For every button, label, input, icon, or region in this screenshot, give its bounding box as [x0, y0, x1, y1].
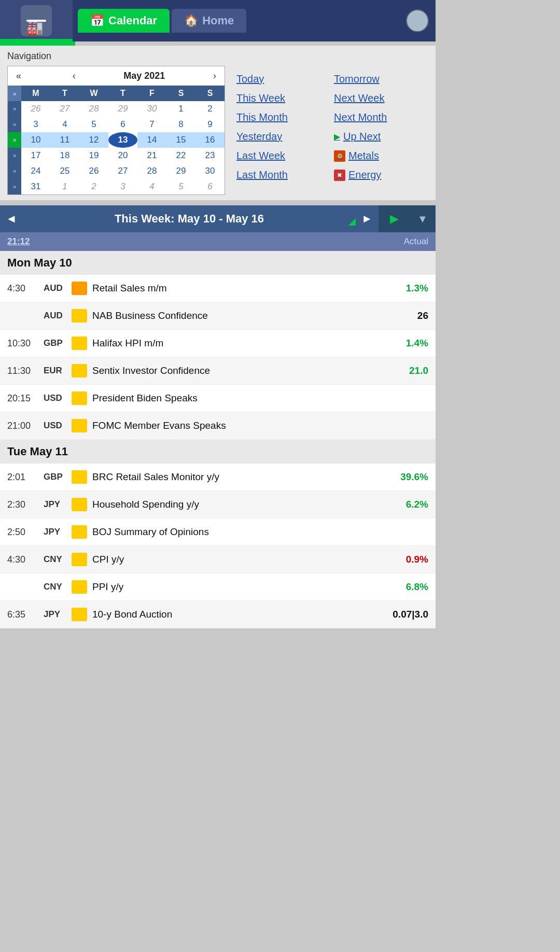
cal-day[interactable]: 16	[195, 132, 225, 148]
cal-day[interactable]: 31	[21, 179, 50, 194]
cal-day[interactable]: 18	[50, 148, 79, 163]
cal-day[interactable]: 22	[166, 148, 195, 163]
week-num[interactable]: »	[8, 163, 21, 179]
cal-day[interactable]: 1	[166, 101, 195, 117]
cal-prev-btn[interactable]: ‹	[69, 69, 79, 82]
green-stripe	[0, 41, 75, 46]
quick-link-energy[interactable]: ✖ Energy	[332, 166, 424, 184]
event-row: 21:00 USD FOMC Member Evans Speaks	[0, 412, 436, 440]
cal-day-today[interactable]: 13	[108, 132, 137, 148]
quick-link-last-week[interactable]: Last Week	[234, 147, 327, 165]
cal-day[interactable]: 27	[108, 163, 137, 179]
week-num[interactable]: »	[8, 101, 21, 117]
quick-link-this-week[interactable]: This Week	[234, 89, 327, 107]
event-row: 11:30 EUR Sentix Investor Confidence 21.…	[0, 357, 436, 385]
cal-day[interactable]: 6	[195, 179, 225, 194]
quick-link-up-next[interactable]: ▶ Up Next	[332, 128, 424, 146]
cal-day[interactable]: 19	[79, 148, 108, 163]
event-row: 6:35 JPY 10-y Bond Auction 0.07|3.0	[0, 601, 436, 628]
week-num[interactable]: »	[8, 148, 21, 163]
cal-day[interactable]: 1	[50, 179, 79, 194]
cal-day[interactable]: 30	[137, 101, 166, 117]
cal-prev-prev-btn[interactable]: «	[13, 69, 24, 82]
cal-day[interactable]: 4	[137, 179, 166, 194]
cal-day[interactable]: 29	[166, 163, 195, 179]
cal-day[interactable]: 4	[50, 117, 79, 132]
tab-calendar[interactable]: 📅 Calendar	[78, 9, 170, 33]
week-num-selected[interactable]: »	[8, 132, 21, 148]
cal-day[interactable]: 21	[137, 148, 166, 163]
week-num[interactable]: »	[8, 117, 21, 132]
cal-day[interactable]: 2	[79, 179, 108, 194]
cal-day[interactable]: 15	[166, 132, 195, 148]
cal-day[interactable]: 10	[21, 132, 50, 148]
event-row: AUD NAB Business Confidence 26	[0, 302, 436, 330]
calendar-grid: » M T W T F S S » 26 27	[8, 86, 225, 194]
cal-day[interactable]: 24	[21, 163, 50, 179]
event-impact-med	[71, 391, 88, 405]
cal-day[interactable]: 27	[50, 101, 79, 117]
week-num[interactable]: »	[8, 179, 21, 194]
impact-med-icon	[72, 309, 87, 323]
up-next-icon: ▶	[334, 132, 340, 142]
quick-link-this-month[interactable]: This Month	[234, 108, 327, 127]
cal-day[interactable]: 3	[108, 179, 137, 194]
event-actual: 21.0	[392, 365, 428, 376]
cal-week-row: » 3 4 5 6 7 8 9	[8, 117, 225, 132]
event-time: 2:01	[7, 472, 44, 483]
event-impact-med	[71, 470, 88, 484]
event-actual: 6.8%	[392, 581, 428, 593]
cal-day[interactable]: 26	[79, 163, 108, 179]
week-filter-button[interactable]: ▼	[410, 205, 436, 232]
cal-day[interactable]: 6	[108, 117, 137, 132]
current-time[interactable]: 21:12	[7, 236, 30, 247]
week-next-button[interactable]: ►	[356, 205, 379, 232]
quick-link-today[interactable]: Today	[234, 70, 327, 88]
quick-link-next-month[interactable]: Next Month	[332, 108, 424, 127]
cal-day[interactable]: 29	[108, 101, 137, 117]
logo-container: 🏭	[0, 0, 73, 41]
cal-day[interactable]: 9	[195, 117, 225, 132]
event-time: 10:30	[7, 338, 44, 349]
event-time: 2:30	[7, 499, 44, 510]
cal-next-btn[interactable]: ›	[210, 69, 219, 82]
week-prev-button[interactable]: ◄	[0, 205, 23, 232]
week-nav-title: This Week: May 10 - May 16	[23, 212, 356, 226]
cal-day[interactable]: 20	[108, 148, 137, 163]
cal-day[interactable]: 26	[21, 101, 50, 117]
cal-day[interactable]: 28	[79, 101, 108, 117]
cal-day[interactable]: 3	[21, 117, 50, 132]
quick-link-next-week[interactable]: Next Week	[332, 89, 424, 107]
cal-day[interactable]: 2	[195, 101, 225, 117]
cal-day[interactable]: 11	[50, 132, 79, 148]
impact-med-icon	[72, 498, 87, 511]
cal-day[interactable]: 28	[137, 163, 166, 179]
day-header-tue: Tue May 11	[0, 440, 436, 464]
quick-link-last-month[interactable]: Last Month	[234, 166, 327, 184]
cal-day[interactable]: 7	[137, 117, 166, 132]
event-currency: JPY	[44, 609, 71, 620]
factory-icon: 🏭	[26, 20, 46, 22]
quick-link-tomorrow[interactable]: Tomorrow	[332, 70, 424, 88]
cal-day[interactable]: 30	[195, 163, 225, 179]
event-impact-med	[71, 497, 88, 512]
cal-day[interactable]: 25	[50, 163, 79, 179]
cal-day[interactable]: 14	[137, 132, 166, 148]
user-area[interactable]	[399, 0, 436, 41]
cal-day[interactable]: 5	[79, 117, 108, 132]
cal-day[interactable]: 5	[166, 179, 195, 194]
actual-label: Actual	[404, 236, 428, 247]
cal-day[interactable]: 23	[195, 148, 225, 163]
cal-week-row: » 31 1 2 3 4 5 6	[8, 179, 225, 194]
week-play-button[interactable]: ▶	[379, 205, 410, 232]
quick-link-metals[interactable]: ⚙ Metals	[332, 147, 424, 165]
cal-week-row: » 24 25 26 27 28 29 30	[8, 163, 225, 179]
cal-day[interactable]: 17	[21, 148, 50, 163]
cal-month-year: May 2021	[123, 71, 165, 81]
event-row: 10:30 GBP Halifax HPI m/m 1.4%	[0, 330, 436, 357]
tab-home[interactable]: 🏠 Home	[172, 9, 246, 33]
cal-week-row-selected: » 10 11 12 13 14 15 16	[8, 132, 225, 148]
cal-day[interactable]: 8	[166, 117, 195, 132]
quick-link-yesterday[interactable]: Yesterday	[234, 128, 327, 146]
cal-day[interactable]: 12	[79, 132, 108, 148]
